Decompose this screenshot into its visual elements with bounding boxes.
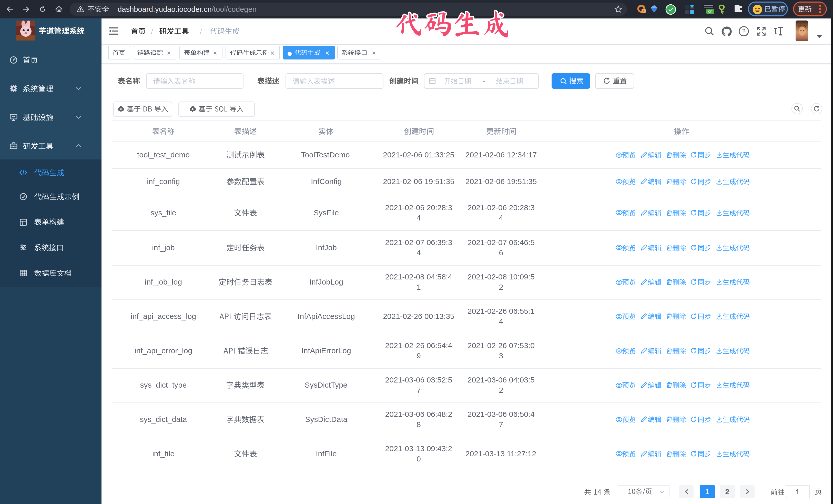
svg-text:on: on (708, 9, 713, 13)
svg-text:1: 1 (643, 9, 645, 13)
svg-text:?: ? (742, 27, 745, 34)
